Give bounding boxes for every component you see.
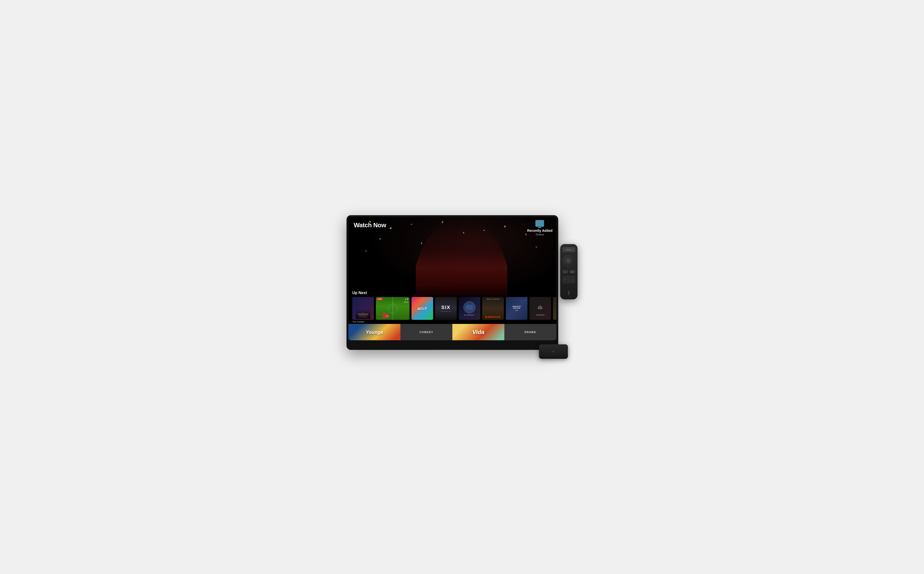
rampage-text: RAMPAGE [485, 316, 501, 319]
tv-stand [438, 349, 467, 350]
card-six-wrapper[interactable]: SIX THE MUSICAL [435, 297, 457, 320]
apple-tv-remote: MENU ⌂ ▶⏸ + − [560, 244, 578, 300]
comedy-label: COMEDY [419, 331, 433, 334]
card-quiet-place[interactable]: AQUIETPLACE Emily Blunt [529, 297, 551, 320]
remote-menu-btn[interactable]: MENU [562, 247, 575, 252]
live-badge: LIVE [377, 298, 382, 300]
genre-item-comedy[interactable]: COMEDY [400, 324, 452, 340]
confetti-piece [390, 227, 392, 229]
tv-body: Watch Now Recently Added Drama Up Next T… [346, 215, 558, 350]
six-text: SIX [441, 305, 452, 310]
watch-now-title: Watch Now [354, 221, 386, 229]
card-live-soccer-wrapper[interactable]: LIVE 1 038:13 [376, 297, 409, 320]
confetti-piece [504, 226, 506, 227]
card-brooklyn-99[interactable]: BROOKLYNNINE-NINE FOX [506, 297, 528, 320]
card-six[interactable]: SIX THE MUSICAL [435, 297, 457, 320]
card-rampage[interactable]: DWAYNE JOHNSON RAMPAGE [482, 297, 504, 320]
atv-status-light [553, 351, 554, 352]
remote-mic [568, 291, 570, 295]
card-last-wrapper[interactable]: ▶ [553, 297, 556, 320]
remote-select-center[interactable] [566, 259, 571, 263]
card-blindspot-wrapper[interactable]: BLINDSPOT [459, 297, 480, 320]
card-rampage-wrapper[interactable]: DWAYNE JOHNSON RAMPAGE [482, 297, 504, 320]
confetti-piece [411, 224, 412, 225]
remote-touch-pad[interactable] [562, 255, 575, 268]
genre-item-youngme[interactable]: Younge [348, 324, 400, 340]
brooklyn-text: BROOKLYNNINE-NINE [513, 306, 521, 309]
confetti-piece [379, 238, 381, 240]
card-last[interactable]: ▶ [553, 297, 556, 320]
genre-item-vida[interactable]: Vida [452, 324, 504, 340]
up-next-section: Up Next THE GREATESTSHOWMAN SPECTACULAR [352, 291, 553, 323]
card-poster-greatest-showman[interactable]: THE GREATESTSHOWMAN SPECTACULAR [352, 297, 374, 320]
card-brooklyn-wrapper[interactable]: BROOKLYNNINE-NINE FOX [506, 297, 528, 320]
genre-label-header: Drama [536, 233, 544, 236]
genre-bar: Younge COMEDY Vida DRAMA [348, 324, 556, 340]
confetti-piece [535, 246, 537, 248]
remote-volume-area[interactable]: + − [562, 276, 575, 284]
card-blindspot[interactable]: BLINDSPOT [459, 297, 480, 320]
remote-play-pause-btn[interactable]: ▶⏸ [570, 270, 575, 273]
live-score: 1 038:13 [404, 298, 408, 303]
confetti-piece [421, 242, 423, 244]
card-greatest-showman[interactable]: THE GREATESTSHOWMAN SPECTACULAR The Grea… [352, 297, 374, 323]
confetti-piece [442, 221, 444, 223]
card-quiet-place-wrapper[interactable]: AQUIETPLACE Emily Blunt [529, 297, 551, 320]
confetti-piece [525, 233, 527, 235]
scene: Watch Now Recently Added Drama Up Next T… [346, 215, 578, 359]
card-bold-wrapper[interactable]: BOLD [411, 297, 433, 320]
card-live-soccer[interactable]: LIVE 1 038:13 [376, 297, 409, 320]
youngme-text: Younge [366, 330, 383, 335]
card-bold-tv[interactable]: BOLD [411, 297, 433, 320]
card-label-greatest-showman: The Greates [352, 320, 374, 323]
confetti-piece [365, 250, 367, 252]
remote-middle-btns: ⌂ ▶⏸ [562, 270, 575, 273]
remote-home-btn[interactable]: ⌂ [562, 270, 568, 273]
recently-added-label: Recently Added [527, 229, 553, 233]
tv-channel-icon [535, 220, 544, 227]
apple-tv-box [539, 344, 568, 359]
drama-label: DRAMA [524, 331, 536, 334]
tv-icon-container: Recently Added Drama [527, 220, 553, 236]
vida-text: Vida [472, 329, 484, 336]
hero-background [348, 217, 556, 301]
performer-art [416, 217, 507, 301]
bold-tv-text: BOLD [417, 306, 427, 311]
genre-item-drama[interactable]: DRAMA [504, 324, 556, 340]
up-next-row: THE GREATESTSHOWMAN SPECTACULAR The Grea… [352, 297, 553, 323]
tv-screen: Watch Now Recently Added Drama Up Next T… [348, 217, 556, 340]
up-next-title: Up Next [352, 291, 553, 295]
